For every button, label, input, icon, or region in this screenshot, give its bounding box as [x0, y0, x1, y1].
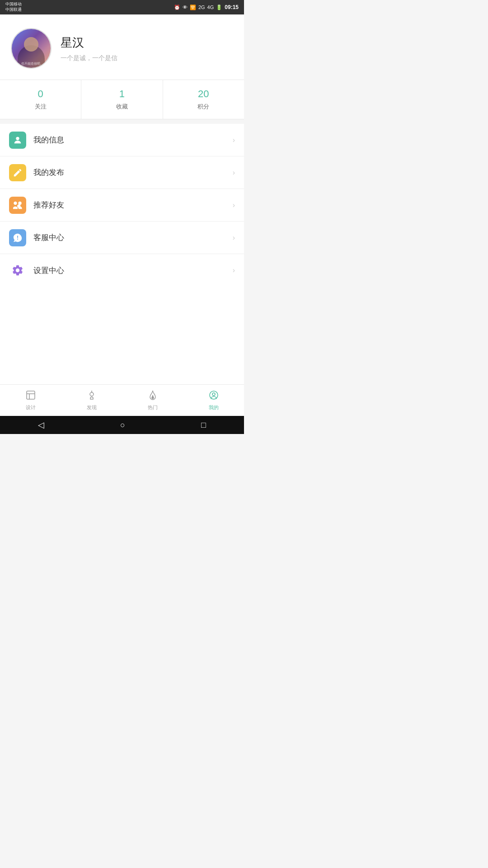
menu-item-my-publish[interactable]: 我的发布 ›: [0, 156, 244, 189]
favorites-count: 1: [119, 88, 125, 100]
battery-icon: 🔋: [216, 5, 222, 10]
menu-item-my-info[interactable]: 我的信息 ›: [0, 124, 244, 156]
my-publish-icon: [9, 164, 26, 181]
stats-row: 0 关注 1 收藏 20 积分: [0, 80, 244, 119]
eye-icon: 👁: [183, 5, 188, 10]
carrier-info: 中国移动 中国联通: [5, 2, 22, 12]
carrier1: 中国移动: [5, 2, 22, 7]
bottom-nav: 设计 发现 热门 我的: [0, 384, 244, 416]
customer-service-chevron: ›: [233, 234, 235, 242]
status-icons: ⏰ 👁 🛜 2G 4G 🔋 09:15: [174, 4, 239, 10]
menu-item-recommend-friend[interactable]: 推荐好友 ›: [0, 189, 244, 222]
follows-count: 0: [38, 88, 43, 100]
recommend-friend-icon: [9, 197, 26, 214]
discover-label: 发现: [87, 404, 97, 411]
nav-mine[interactable]: 我的: [183, 385, 244, 416]
points-count: 20: [198, 88, 209, 100]
avatar[interactable]: 也不能造假吧.: [11, 28, 52, 69]
profile-header: 也不能造假吧. 星汉 一个是诚，一个是信: [0, 14, 244, 80]
svg-rect-1: [27, 391, 35, 399]
content-spacer: [0, 287, 244, 384]
avatar-image: 也不能造假吧.: [12, 29, 51, 68]
points-label: 积分: [197, 103, 209, 111]
section-gap: [0, 119, 244, 124]
carrier2: 中国联通: [5, 7, 22, 13]
time-display: 09:15: [225, 4, 239, 10]
menu-list: 我的信息 › 我的发布 › 推荐好友: [0, 124, 244, 287]
design-icon: [25, 390, 36, 402]
favorites-label: 收藏: [116, 103, 128, 111]
hot-icon: [147, 390, 158, 402]
wifi-icon: 🛜: [190, 5, 196, 10]
settings-chevron: ›: [233, 266, 235, 274]
system-nav: ◁ ○ □: [0, 416, 244, 434]
recent-button[interactable]: □: [201, 420, 206, 430]
avatar-label: 也不能造假吧.: [21, 61, 41, 66]
design-label: 设计: [26, 404, 36, 411]
4g-badge: 4G: [207, 5, 214, 10]
nav-design[interactable]: 设计: [0, 385, 61, 416]
mine-icon: [208, 390, 219, 402]
back-button[interactable]: ◁: [38, 420, 44, 430]
alarm-icon: ⏰: [174, 5, 180, 10]
settings-icon: [9, 262, 26, 279]
main-content: 也不能造假吧. 星汉 一个是诚，一个是信 0 关注 1 收藏 20 积分: [0, 14, 244, 384]
hot-label: 热门: [148, 404, 158, 411]
recommend-friend-label: 推荐好友: [33, 200, 233, 210]
svg-point-0: [16, 137, 19, 140]
discover-icon: [86, 390, 97, 402]
profile-info: 星汉 一个是诚，一个是信: [61, 35, 117, 62]
recommend-friend-chevron: ›: [233, 201, 235, 209]
stat-points[interactable]: 20 积分: [163, 80, 244, 119]
my-info-chevron: ›: [233, 136, 235, 144]
svg-point-4: [212, 393, 215, 396]
nav-discover[interactable]: 发现: [61, 385, 122, 416]
menu-item-customer-service[interactable]: 客服中心 ›: [0, 222, 244, 254]
home-button[interactable]: ○: [120, 420, 125, 430]
follows-label: 关注: [35, 103, 47, 111]
mine-label: 我的: [209, 404, 219, 411]
2g-badge: 2G: [198, 5, 205, 10]
my-publish-chevron: ›: [233, 169, 235, 177]
stat-favorites[interactable]: 1 收藏: [81, 80, 163, 119]
my-publish-label: 我的发布: [33, 167, 233, 178]
my-info-label: 我的信息: [33, 135, 233, 145]
profile-bio: 一个是诚，一个是信: [61, 54, 117, 62]
menu-item-settings[interactable]: 设置中心 ›: [0, 254, 244, 287]
profile-name: 星汉: [61, 35, 117, 51]
nav-hot[interactable]: 热门: [122, 385, 183, 416]
customer-service-icon: [9, 229, 26, 246]
svg-point-2: [90, 392, 94, 396]
stat-follows[interactable]: 0 关注: [0, 80, 81, 119]
my-info-icon: [9, 132, 26, 149]
status-bar: 中国移动 中国联通 ⏰ 👁 🛜 2G 4G 🔋 09:15: [0, 0, 244, 14]
customer-service-label: 客服中心: [33, 232, 233, 243]
settings-label: 设置中心: [33, 265, 233, 276]
